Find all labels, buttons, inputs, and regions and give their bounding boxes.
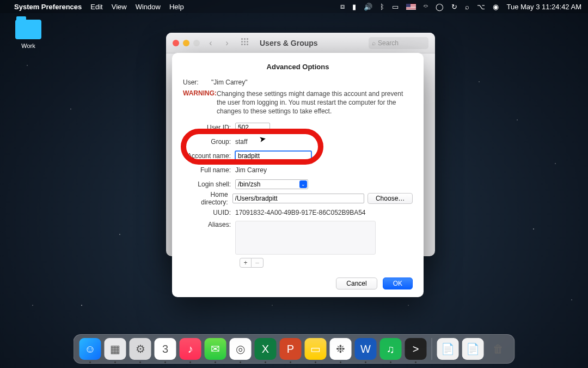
app-menu[interactable]: System Preferences xyxy=(14,3,82,11)
bluetooth-icon[interactable]: ᛒ xyxy=(380,3,384,11)
dock: ☺▦⚙3♪✉◎XP▭❉W♫>📄📄🗑 xyxy=(74,334,515,364)
folder-icon xyxy=(15,20,41,39)
dock-app-finder[interactable]: ☺ xyxy=(79,338,101,360)
dock-app-word[interactable]: W xyxy=(355,338,377,360)
minimize-button[interactable] xyxy=(183,40,189,46)
siri-icon[interactable]: ◉ xyxy=(493,3,499,11)
home-dir-input[interactable] xyxy=(232,194,365,203)
choose-button[interactable]: Choose… xyxy=(367,193,413,204)
login-shell-label: Login shell: xyxy=(183,180,235,188)
control-center-icon[interactable]: ⌥ xyxy=(477,3,485,11)
window-title: Users & Groups xyxy=(260,39,318,47)
menubar: System Preferences Edit View Window Help… xyxy=(0,0,588,13)
dock-app-terminal[interactable]: > xyxy=(405,338,427,360)
full-name-label: Full name: xyxy=(183,166,235,174)
menu-window[interactable]: Window xyxy=(136,3,161,11)
user-id-input[interactable] xyxy=(235,123,270,132)
dock-app-calendar[interactable]: 3 xyxy=(155,338,176,360)
search-placeholder: Search xyxy=(378,39,399,47)
dock-app-notes[interactable]: ▭ xyxy=(305,338,327,360)
login-shell-select[interactable] xyxy=(235,179,308,189)
full-name-value: Jim Carrey xyxy=(235,166,267,174)
dock-app-powerpoint[interactable]: P xyxy=(280,338,302,360)
forward-button[interactable]: › xyxy=(222,38,232,49)
close-button[interactable] xyxy=(173,40,179,46)
user-value: "Jim Carrey" xyxy=(211,79,248,86)
dock-trash[interactable]: 🗑 xyxy=(487,338,509,360)
menu-view[interactable]: View xyxy=(112,3,127,11)
dropbox-icon[interactable]: ⧈ xyxy=(340,2,345,11)
dock-separator xyxy=(432,338,432,360)
user-label: User: xyxy=(183,79,211,86)
uuid-label: UUID: xyxy=(183,209,235,216)
dock-app-settings[interactable]: ⚙ xyxy=(130,338,151,360)
uuid-value: 17091832-4A00-49B9-917E-86C052B9BA54 xyxy=(235,209,366,216)
dock-app-spotify[interactable]: ♫ xyxy=(380,338,402,360)
aliases-label: Aliases: xyxy=(183,221,235,228)
dock-app-excel[interactable]: X xyxy=(255,338,277,360)
advanced-options-sheet: Advanced Options User: "Jim Carrey" WARN… xyxy=(172,53,424,297)
account-name-input[interactable] xyxy=(235,151,311,161)
sheet-title: Advanced Options xyxy=(183,63,413,71)
search-icon: ⌕ xyxy=(372,39,376,47)
battery-widget-icon[interactable]: ▮ xyxy=(352,3,356,11)
dock-app-music[interactable]: ♪ xyxy=(180,338,201,360)
home-dir-label: Home directory: xyxy=(183,191,232,206)
volume-icon[interactable]: 🔊 xyxy=(364,3,372,11)
cancel-button[interactable]: Cancel xyxy=(336,277,377,289)
spotlight-icon[interactable]: ⌕ xyxy=(465,3,469,11)
dock-app-launchpad[interactable]: ▦ xyxy=(105,338,126,360)
wifi-icon[interactable]: ⌔ xyxy=(424,3,428,11)
dock-app-chrome[interactable]: ◎ xyxy=(230,338,252,360)
input-flag-icon[interactable] xyxy=(406,4,416,10)
folder-label: Work xyxy=(11,43,46,49)
search-field[interactable]: ⌕ Search xyxy=(369,37,428,49)
chevron-down-icon[interactable]: ⌄ xyxy=(299,180,307,188)
aliases-list[interactable] xyxy=(235,221,376,255)
group-value: staff xyxy=(235,138,247,146)
user-id-label: User ID: xyxy=(183,124,235,131)
dock-doc2[interactable]: 📄 xyxy=(462,338,484,360)
dock-app-slack[interactable]: ❉ xyxy=(330,338,352,360)
ok-button[interactable]: OK xyxy=(383,277,413,289)
account-name-label: Account name: xyxy=(183,152,235,160)
timemachine-icon[interactable]: ↻ xyxy=(451,3,457,11)
clock[interactable]: Tue May 3 11:24:42 AM xyxy=(506,3,581,11)
remove-alias-button[interactable]: – xyxy=(252,258,264,268)
warning-label: WARNING: xyxy=(183,89,217,116)
back-button[interactable]: ‹ xyxy=(205,38,216,49)
traffic-lights xyxy=(173,40,200,46)
warning-text: Changing these settings might damage thi… xyxy=(217,89,413,116)
menu-help[interactable]: Help xyxy=(169,3,184,11)
battery-icon[interactable]: ▭ xyxy=(392,3,399,11)
add-alias-button[interactable]: + xyxy=(240,258,252,268)
group-label: Group: xyxy=(183,138,235,146)
dock-app-messages[interactable]: ✉ xyxy=(205,338,226,360)
dock-doc1[interactable]: 📄 xyxy=(437,338,459,360)
show-all-button[interactable] xyxy=(241,38,251,48)
user-icon[interactable]: ◯ xyxy=(436,3,444,11)
zoom-button[interactable] xyxy=(193,40,200,46)
desktop-folder-work[interactable]: Work xyxy=(11,20,46,49)
titlebar: ‹ › Users & Groups ⌕ Search xyxy=(166,33,435,53)
menu-edit[interactable]: Edit xyxy=(90,3,102,11)
